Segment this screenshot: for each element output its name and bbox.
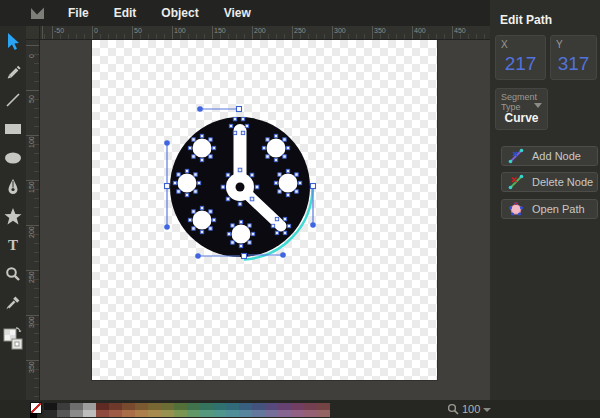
canvas[interactable] [92,40,437,380]
rectangle-tool-icon[interactable] [2,116,24,142]
palette-color[interactable] [252,403,265,410]
palette-color[interactable] [174,410,187,417]
palette-color[interactable] [161,410,174,417]
zoom-dropdown-arrow-icon[interactable] [483,408,491,412]
segment-type-value: Curve [496,111,547,125]
delete-node-button[interactable]: Delete Node [501,172,598,192]
menu-edit[interactable]: Edit [110,4,141,22]
palette-color[interactable] [148,403,161,410]
v-ruler-label: 250 [28,271,35,283]
current-color-swatch[interactable] [30,413,37,418]
clock-artwork-path-editing[interactable] [92,40,437,380]
palette-color[interactable] [317,410,330,417]
palette-color[interactable] [161,403,174,410]
palette-color[interactable] [317,403,330,410]
panel-title: Edit Path [500,13,552,27]
h-ruler-label: -50 [54,27,64,34]
h-ruler-label: 0 [94,27,98,34]
palette-color[interactable] [187,403,200,410]
palette-color[interactable] [239,403,252,410]
zoom-level-value[interactable]: 100 [462,403,480,415]
palette-color[interactable] [200,410,213,417]
ellipse-tool-icon[interactable] [2,145,24,171]
pen-tool-icon[interactable] [2,174,24,200]
x-field-value[interactable]: 217 [496,53,545,75]
palette-color[interactable] [135,410,148,417]
app-window: File Edit Object View T [0,0,600,418]
x-coordinate-field[interactable]: X 217 [495,35,546,80]
palette-color[interactable] [148,410,161,417]
palette-color[interactable] [213,410,226,417]
palette-color[interactable] [122,403,135,410]
palette-color[interactable] [278,410,291,417]
palette-color[interactable] [83,403,96,410]
palette-color[interactable] [44,403,57,410]
h-ruler-label: 450 [454,27,466,34]
palette-color[interactable] [265,403,278,410]
v-ruler-label: 150 [28,181,35,193]
zoom-tool-icon[interactable] [2,261,24,287]
y-field-value[interactable]: 317 [551,53,596,75]
palette-color[interactable] [96,403,109,410]
palette-color[interactable] [265,410,278,417]
h-ruler-label: 200 [254,27,266,34]
y-field-label: Y [556,39,563,50]
eyedropper-tool-icon[interactable] [2,290,24,316]
palette-color[interactable] [252,410,265,417]
segment-type-dropdown[interactable]: Segment Type Curve [495,88,548,130]
status-bar: 100 [0,400,600,418]
y-coordinate-field[interactable]: Y 317 [550,35,597,80]
delete-node-label: Delete Node [532,176,593,188]
magnifier-icon [447,403,459,415]
select-tool-icon[interactable] [2,29,24,55]
palette-color[interactable] [109,410,122,417]
palette-color[interactable] [70,410,83,417]
chevron-down-icon[interactable] [534,103,542,108]
zoom-control[interactable]: 100 [447,403,491,415]
open-path-button[interactable]: Open Path [501,199,598,219]
palette-color[interactable] [174,403,187,410]
palette-color[interactable] [70,403,83,410]
tool-palette: T [0,26,26,400]
palette-color[interactable] [304,403,317,410]
app-logo-icon [30,6,46,20]
add-node-button[interactable]: Add Node [501,146,598,166]
v-ruler-label: 300 [28,316,35,328]
menu-file[interactable]: File [64,4,93,22]
palette-color[interactable] [213,403,226,410]
palette-color[interactable] [226,410,239,417]
palette-color[interactable] [291,403,304,410]
palette-color[interactable] [304,410,317,417]
palette-color[interactable] [200,403,213,410]
pencil-tool-icon[interactable] [2,58,24,84]
svg-text:T: T [8,237,18,253]
palette-color[interactable] [226,403,239,410]
line-tool-icon[interactable] [2,87,24,113]
palette-color[interactable] [135,403,148,410]
menu-object[interactable]: Object [157,4,202,22]
horizontal-ruler: -50050100150200250300350400450 [40,26,490,40]
palette-color[interactable] [57,410,70,417]
star-tool-icon[interactable] [2,203,24,229]
palette-color[interactable] [187,410,200,417]
segment-type-label: Segment Type [501,92,537,112]
open-path-icon [508,201,524,217]
h-ruler-label: 350 [374,27,386,34]
palette-color[interactable] [278,403,291,410]
fill-stroke-swatches[interactable] [2,319,24,359]
palette-color[interactable] [291,410,304,417]
palette-color[interactable] [109,403,122,410]
palette-color[interactable] [239,410,252,417]
v-ruler-label: 200 [28,226,35,238]
ruler-corner [26,26,40,40]
text-tool-icon[interactable]: T [2,232,24,258]
palette-color[interactable] [44,410,57,417]
palette-color[interactable] [83,410,96,417]
palette-color[interactable] [122,410,135,417]
palette-color[interactable] [96,410,109,417]
add-node-label: Add Node [532,150,581,162]
menu-view[interactable]: View [220,4,255,22]
palette-color[interactable] [57,403,70,410]
h-ruler-label: 300 [334,27,346,34]
v-ruler-label: 50 [28,95,35,103]
